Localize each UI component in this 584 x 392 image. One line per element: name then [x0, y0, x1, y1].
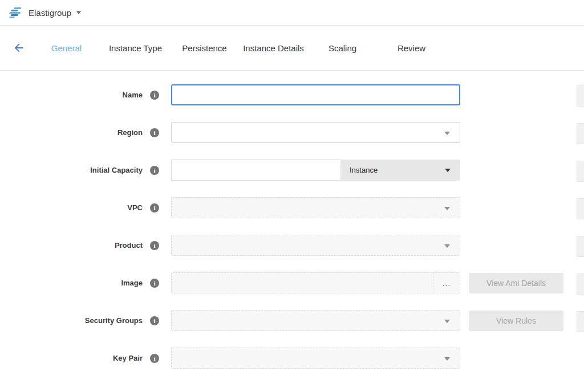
initial-capacity-label: Initial Capacity	[0, 166, 143, 174]
security-groups-select	[171, 310, 460, 331]
back-button[interactable]	[13, 42, 25, 54]
form-row-key-pair: Key Pair i	[0, 348, 584, 369]
form-row-product: Product i	[0, 235, 584, 256]
info-icon[interactable]: i	[150, 279, 159, 288]
form-row-security-groups: Security Groups i View Rules	[0, 310, 584, 331]
form-row-vpc: VPC i	[0, 197, 584, 218]
info-icon[interactable]: i	[150, 316, 159, 325]
clipped-element-fragment	[577, 123, 584, 144]
initial-capacity-input[interactable]	[171, 160, 340, 181]
clipped-element-fragment	[577, 161, 584, 182]
product-name: Elastigroup	[29, 8, 71, 18]
clipped-element-fragment	[577, 85, 584, 107]
product-select	[171, 235, 460, 256]
clipped-element-fragment	[577, 236, 584, 257]
key-pair-label: Key Pair	[0, 354, 143, 362]
product-label: Product	[0, 241, 143, 250]
product-switcher[interactable]: Elastigroup	[8, 6, 81, 19]
name-input[interactable]	[171, 84, 460, 105]
info-icon[interactable]: i	[150, 203, 159, 213]
image-picker: ...	[171, 272, 460, 293]
tab-persistence[interactable]: Persistence	[170, 40, 239, 56]
wizard-tab-bar: General Instance Type Persistence Instan…	[0, 26, 584, 71]
info-icon[interactable]: i	[150, 241, 159, 250]
vpc-select	[171, 197, 460, 218]
info-icon[interactable]: i	[150, 128, 159, 137]
view-rules-button[interactable]: View Rules	[469, 311, 563, 331]
chevron-down-icon	[445, 169, 451, 172]
wizard-tabs: General Instance Type Persistence Instan…	[32, 40, 446, 56]
product-switcher-caret-icon	[76, 11, 81, 14]
view-ami-details-button[interactable]: View Ami Details	[469, 273, 563, 293]
top-bar: Elastigroup	[0, 0, 584, 26]
name-label: Name	[0, 91, 143, 99]
clipped-element-fragment	[577, 273, 584, 295]
tab-scaling[interactable]: Scaling	[308, 40, 377, 56]
info-icon[interactable]: i	[150, 91, 159, 100]
tab-general[interactable]: General	[32, 40, 101, 56]
form-row-image: Image i ... View Ami Details	[0, 272, 584, 293]
info-icon[interactable]: i	[150, 354, 159, 363]
info-icon[interactable]: i	[150, 166, 159, 175]
chevron-down-icon	[444, 320, 450, 323]
tab-instance-details[interactable]: Instance Details	[239, 40, 308, 56]
security-groups-label: Security Groups	[0, 316, 143, 325]
vpc-label: VPC	[0, 203, 143, 212]
general-settings-form: Name i Region i Initial Capacity i In	[0, 71, 584, 369]
region-label: Region	[0, 128, 143, 137]
image-label: Image	[0, 279, 143, 287]
chevron-down-icon	[444, 132, 450, 135]
elastigroup-logo-icon	[8, 6, 23, 19]
region-select[interactable]	[171, 122, 460, 143]
back-arrow-icon	[13, 42, 25, 54]
elastigroup-create-wizard: Elastigroup General Instance Type Persis…	[0, 0, 584, 392]
form-row-initial-capacity: Initial Capacity i Instance	[0, 160, 584, 181]
clipped-element-fragment	[577, 311, 584, 332]
capacity-unit-value: Instance	[350, 166, 378, 174]
key-pair-select	[171, 348, 460, 369]
capacity-unit-select[interactable]: Instance	[340, 160, 460, 181]
form-row-region: Region i	[0, 122, 584, 143]
image-picker-value	[172, 273, 433, 293]
tab-instance-type[interactable]: Instance Type	[101, 40, 170, 56]
form-row-name: Name i	[0, 84, 584, 105]
chevron-down-icon	[444, 357, 450, 361]
clipped-element-fragment	[577, 198, 584, 219]
chevron-down-icon	[444, 244, 450, 248]
image-browse-button[interactable]: ...	[433, 273, 460, 293]
tab-review[interactable]: Review	[377, 40, 446, 56]
chevron-down-icon	[444, 207, 450, 210]
